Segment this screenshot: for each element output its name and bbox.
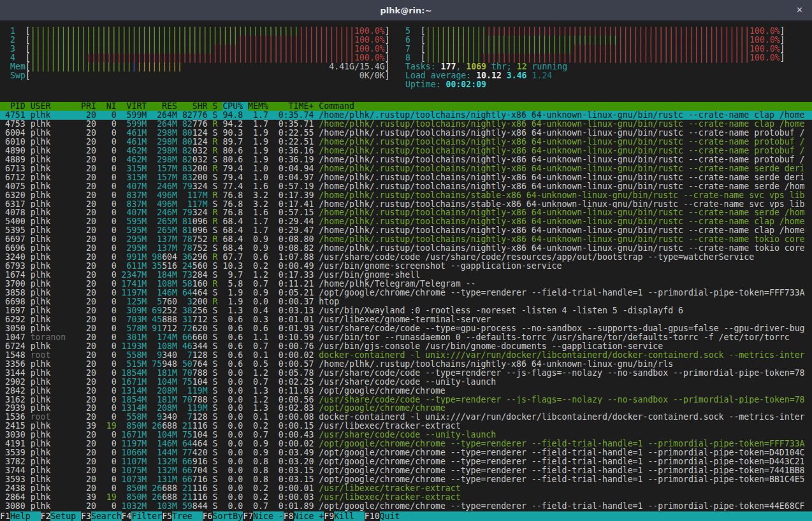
process-row[interactable]: 4078 plhk 20 0 407M 246M 79324 R 76.8 1.… <box>0 208 812 217</box>
col-res[interactable]: RES <box>152 102 182 111</box>
cell-user: plhk <box>31 404 81 413</box>
process-row[interactable]: 6317 plhk 20 0 837M 496M 117M S 76.8 3.2… <box>0 200 812 209</box>
process-row[interactable]: 6010 plhk 20 0 461M 298M 80124 R 89.7 1.… <box>0 138 812 146</box>
cell-ni: 19 <box>101 422 122 431</box>
fkey-nice[interactable]: F7Nice - <box>243 511 284 521</box>
col-pid[interactable]: PID <box>0 102 31 111</box>
fkey-kill[interactable]: F9Kill <box>324 511 365 521</box>
process-row[interactable]: 3744 plhk 20 0 1075M 132M 66704 S 0.0 0.… <box>0 466 812 475</box>
cell-command: /home/plhk/.rustup/toolchains/nightly-x8… <box>319 155 804 164</box>
cell-mem: 0.2 <box>248 262 273 271</box>
col-pri[interactable]: PRI <box>81 102 101 111</box>
col-time[interactable]: TIME+ <box>273 102 319 111</box>
process-row[interactable]: 4890 plhk 20 0 462M 298M 82032 R 80.6 1.… <box>0 146 812 155</box>
cell-cpu: 0.0 <box>222 404 248 413</box>
col-ni[interactable]: NI <box>101 102 122 111</box>
cell-pid: 1548 <box>0 351 31 360</box>
cell-mem: 1.7 <box>248 226 273 235</box>
process-row[interactable]: 4753 plhk 20 0 599M 264M 82776 R 94.2 1.… <box>0 120 812 129</box>
process-row[interactable]: 3030 plhk 20 0 1671M 104M 75104 S 0.0 0.… <box>0 431 812 439</box>
process-row[interactable]: 2902 plhk 20 0 1671M 104M 75104 S 0.0 0.… <box>0 378 812 387</box>
process-row[interactable]: 6696 plhk 20 0 295M 137M 78752 S 68.4 0.… <box>0 244 812 253</box>
cell-mem: 0.7 <box>248 431 273 439</box>
process-row[interactable]: 3593 plhk 20 0 1073M 131M 66716 S 0.0 0.… <box>0 475 812 484</box>
cell-ni: 0 <box>101 502 122 511</box>
process-row[interactable]: 2438 plhk 20 0 850M 26688 21116 S 0.0 0.… <box>0 484 812 493</box>
process-row[interactable]: 3050 plhk 20 0 578M 91712 72620 S 0.6 0.… <box>0 324 812 333</box>
col-mem[interactable]: MEM% <box>248 102 273 111</box>
cell-state: R <box>213 253 223 262</box>
cell-command: /usr/share/code/code --unity-launch <box>319 431 496 439</box>
col-virt[interactable]: VIRT <box>122 102 152 111</box>
process-row[interactable]: 1548 root 20 0 558M 9340 7128 S 0.6 0.1 … <box>0 351 812 360</box>
cell-pri: 20 <box>81 439 101 448</box>
fkey-setup[interactable]: F2Setup <box>41 511 82 521</box>
process-row[interactable]: 6320 plhk 20 0 837M 496M 117M R 76.8 3.2… <box>0 191 812 200</box>
process-row[interactable]: 2939 plhk 20 0 1314M 208M 119M S 0.0 1.3… <box>0 404 812 413</box>
process-row[interactable]: 6697 plhk 20 0 295M 137M 78752 R 68.4 0.… <box>0 235 812 244</box>
col-s[interactable]: S <box>213 102 223 111</box>
process-row[interactable]: 6712 plhk 20 0 315M 157M 83200 S 79.4 1.… <box>0 173 812 182</box>
process-row[interactable]: 5395 plhk 20 0 595M 265M 81096 S 68.4 1.… <box>0 226 812 235</box>
cell-mem: 0.8 <box>248 457 273 466</box>
cell-mem: 1.3 <box>248 404 273 413</box>
cell-cpu: 0.0 <box>222 431 248 439</box>
window-titlebar[interactable]: plhk@rin:~ ✕ <box>0 0 812 21</box>
process-row[interactable]: 2415 plhk 39 19 850M 26688 21116 S 0.0 0… <box>0 422 812 431</box>
cell-mem: 1.2 <box>248 271 273 280</box>
cpu-meter-2-label: 2 <box>10 35 25 45</box>
process-row[interactable]: 3080 plhk 20 0 1032M 103M 59844 S 0.0 0.… <box>0 502 812 511</box>
process-row[interactable]: 3162 plhk 20 0 1854M 181M 70788 S 0.0 1.… <box>0 396 812 404</box>
process-row[interactable]: 3539 plhk 20 0 1066M 144M 77420 S 0.0 0.… <box>0 448 812 457</box>
process-row[interactable]: 3356 plhk 20 0 515M 75948 50764 S 0.6 0.… <box>0 360 812 369</box>
fkey-help[interactable]: F1Help <box>0 511 41 521</box>
cell-pri: 20 <box>81 217 101 226</box>
fkey-tree[interactable]: F5Tree <box>162 511 203 521</box>
process-row[interactable]: 6793 plhk 20 0 611M 35516 24560 S 10.3 0… <box>0 262 812 271</box>
fkey-search[interactable]: F3Search <box>81 511 122 521</box>
process-row[interactable]: 3782 plhk 20 0 1107M 132M 66916 S 0.0 0.… <box>0 457 812 466</box>
col-user[interactable]: USER <box>31 102 81 111</box>
cell-pri: 20 <box>81 226 101 235</box>
process-row[interactable]: 1697 plhk 20 0 309M 69252 38256 S 1.3 0.… <box>0 306 812 315</box>
cell-cpu: 0.6 <box>222 342 248 351</box>
fkey-filter[interactable]: F4Filter <box>122 511 163 521</box>
process-row[interactable]: 6713 plhk 20 0 315M 157M 83200 R 79.4 1.… <box>0 164 812 173</box>
process-row[interactable]: 1047 toranon 20 0 301M 174M 66660 S 0.6 … <box>0 333 812 342</box>
fkey-sortby[interactable]: F6SortBy <box>203 511 243 521</box>
cell-mem: 0.0 <box>248 297 273 306</box>
process-row[interactable]: 6004 plhk 20 0 461M 298M 80124 S 90.3 1.… <box>0 129 812 138</box>
process-row[interactable]: 4075 plhk 20 0 407M 246M 79324 S 77.4 1.… <box>0 182 812 191</box>
cell-pid: 3144 <box>0 369 31 378</box>
cell-command: /usr/bin/tor --runasdaemon 0 --defaults-… <box>319 333 789 342</box>
process-row[interactable]: 4751 plhk 20 0 599M 264M 82776 S 94.8 1.… <box>0 111 812 120</box>
process-row[interactable]: 1674 plhk 20 0 2347M 184M 73284 S 9.7 1.… <box>0 271 812 280</box>
fkey-nice[interactable]: F8Nice + <box>284 511 324 521</box>
process-row[interactable]: 5400 plhk 20 0 595M 265M 81096 R 68.4 1.… <box>0 217 812 226</box>
process-row[interactable]: 4889 plhk 20 0 462M 298M 82032 S 80.6 1.… <box>0 155 812 164</box>
process-table-header[interactable]: PID USER PRI NI VIRT RES SHR S CPU% MEM%… <box>0 102 812 111</box>
process-row[interactable]: 6292 plhk 20 0 703M 45888 31712 S 0.6 0.… <box>0 315 812 324</box>
cell-user: plhk <box>31 129 81 138</box>
col-cpu[interactable]: CPU% <box>222 102 248 111</box>
process-row[interactable]: 3240 plhk 20 0 991M 98604 36296 R 67.7 0… <box>0 253 812 262</box>
process-row[interactable]: 2842 plhk 20 0 1314M 208M 119M S 0.0 1.3… <box>0 387 812 396</box>
cell-user: plhk <box>31 182 81 191</box>
cell-cpu: 0.0 <box>222 396 248 404</box>
process-row[interactable]: 3144 plhk 20 0 1854M 181M 70788 S 0.0 1.… <box>0 369 812 378</box>
cell-state: S <box>213 448 223 457</box>
process-row[interactable]: 3700 plhk 20 0 1741M 108M 58160 R 5.8 0.… <box>0 280 812 289</box>
close-icon[interactable]: ✕ <box>796 5 803 15</box>
process-row[interactable]: 4191 plhk 20 0 1197M 146M 64464 S 0.0 0.… <box>0 439 812 448</box>
cell-pid: 2415 <box>0 422 31 431</box>
cell-command: /home/plhk/.rustup/toolchains/nightly-x8… <box>319 120 804 129</box>
cell-ni: 0 <box>101 475 122 484</box>
col-shr[interactable]: SHR <box>182 102 213 111</box>
process-row[interactable]: 3858 plhk 20 0 1197M 146M 64464 S 1.9 0.… <box>0 289 812 297</box>
process-row[interactable]: 6698 plhk 20 0 125M 5760 3200 R 1.9 0.0 … <box>0 297 812 306</box>
fkey-quit[interactable]: F10Quit <box>365 511 400 521</box>
process-row[interactable]: 2864 plhk 39 19 850M 26688 21116 S 0.0 0… <box>0 493 812 502</box>
process-row[interactable]: 1536 root 20 0 558M 9340 7128 S 0.0 0.1 … <box>0 413 812 422</box>
process-row[interactable]: 6724 plhk 20 0 1193M 108M 46344 S 0.6 0.… <box>0 342 812 351</box>
col-command[interactable]: Command <box>319 102 354 111</box>
